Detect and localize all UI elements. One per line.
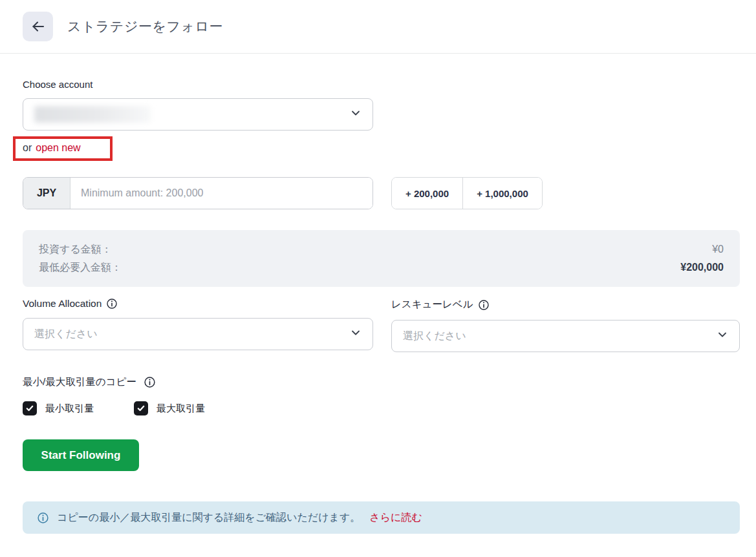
- copy-limits-checkbox-row: 最小取引量 最大取引量: [23, 401, 740, 415]
- notice-text: コピーの最小／最大取引量に関する詳細をご確認いただけます。: [57, 511, 360, 525]
- max-volume-checkbox-item[interactable]: 最大取引量: [134, 401, 205, 415]
- rescue-level-placeholder: 選択ください: [403, 330, 466, 343]
- open-new-highlight-box: or open new: [13, 136, 113, 161]
- account-select[interactable]: [23, 98, 373, 131]
- choose-account-label: Choose account: [23, 79, 740, 90]
- volume-allocation-placeholder: 選択ください: [34, 328, 98, 341]
- rescue-level-field: レスキューレベル 選択ください: [391, 298, 740, 352]
- min-deposit-value: ¥200,000: [680, 258, 724, 277]
- invest-amount-label: 投資する金額：: [39, 240, 112, 258]
- checkbox-checked-icon[interactable]: [134, 401, 148, 415]
- info-icon[interactable]: [106, 298, 118, 310]
- copy-limits-label-row: 最小/最大取引量のコピー: [23, 375, 740, 389]
- chevron-down-icon: [350, 107, 362, 121]
- rescue-level-label: レスキューレベル: [391, 298, 473, 311]
- open-new-link[interactable]: open new: [36, 142, 80, 154]
- min-volume-checkbox-label: 最小取引量: [45, 403, 94, 415]
- checkbox-checked-icon[interactable]: [23, 401, 37, 415]
- invest-amount-row: 投資する金額： ¥0: [39, 240, 724, 258]
- amount-input[interactable]: [70, 178, 373, 209]
- volume-allocation-label: Volume Allocation: [23, 298, 102, 310]
- volume-allocation-select[interactable]: 選択ください: [23, 318, 373, 350]
- chevron-down-icon: [717, 329, 728, 343]
- max-volume-checkbox-label: 最大取引量: [157, 403, 205, 415]
- min-deposit-row: 最低必要入金額： ¥200,000: [39, 258, 724, 277]
- read-more-link[interactable]: さらに読む: [369, 511, 422, 525]
- copy-limits-label: 最小/最大取引量のコピー: [23, 375, 136, 389]
- page-title: ストラテジーをフォロー: [67, 17, 223, 36]
- settings-row: Volume Allocation 選択ください: [23, 298, 740, 352]
- info-icon[interactable]: [478, 299, 490, 311]
- volume-allocation-field: Volume Allocation 選択ください: [23, 298, 373, 352]
- page-header: ストラテジーをフォロー: [0, 0, 756, 54]
- investment-summary-box: 投資する金額： ¥0 最低必要入金額： ¥200,000: [23, 230, 740, 287]
- info-icon: [37, 512, 49, 524]
- info-icon[interactable]: [144, 376, 156, 388]
- min-volume-checkbox-item[interactable]: 最小取引量: [23, 401, 94, 415]
- add-200000-button[interactable]: + 200,000: [392, 178, 463, 209]
- main-content: Choose account or open new JPY + 200,000…: [0, 79, 756, 534]
- invest-amount-value: ¥0: [712, 240, 724, 258]
- amount-row: JPY + 200,000 + 1,000,000: [23, 177, 740, 209]
- quick-add-group: + 200,000 + 1,000,000: [391, 177, 543, 209]
- or-text: or: [23, 142, 32, 154]
- account-value-redacted: [34, 106, 151, 123]
- amount-input-group: JPY: [23, 177, 373, 209]
- volume-allocation-label-row: Volume Allocation: [23, 298, 373, 310]
- copy-limits-section: 最小/最大取引量のコピー 最小取引量: [23, 375, 740, 415]
- arrow-left-icon: [30, 19, 46, 34]
- add-1000000-button[interactable]: + 1,000,000: [463, 178, 542, 209]
- back-button[interactable]: [23, 12, 53, 41]
- chevron-down-icon: [350, 327, 362, 341]
- notice-banner: コピーの最小／最大取引量に関する詳細をご確認いただけます。 さらに読む: [23, 501, 740, 534]
- min-deposit-label: 最低必要入金額：: [39, 258, 122, 277]
- rescue-level-label-row: レスキューレベル: [391, 298, 740, 311]
- currency-prefix: JPY: [23, 178, 70, 209]
- start-following-button[interactable]: Start Following: [23, 439, 139, 471]
- rescue-level-select[interactable]: 選択ください: [391, 320, 740, 352]
